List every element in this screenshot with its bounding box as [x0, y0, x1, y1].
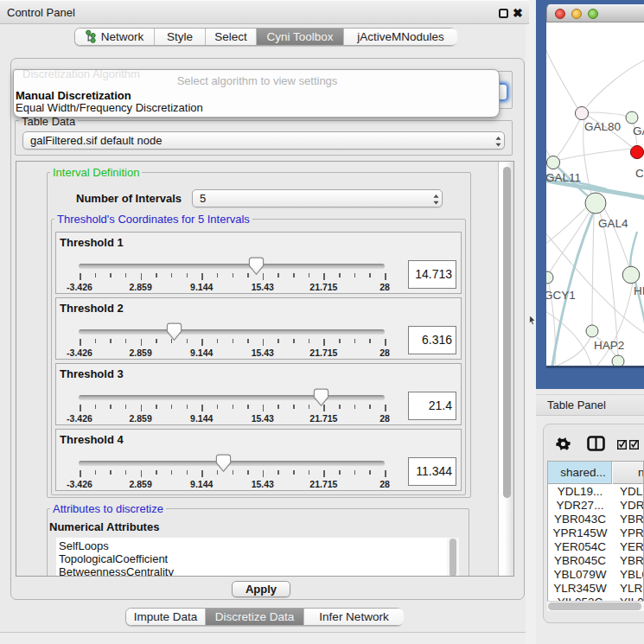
svg-text:GAL4: GAL4 [598, 217, 628, 230]
svg-text:GAL: GAL [633, 124, 644, 137]
svg-text:GAL11: GAL11 [546, 171, 581, 184]
svg-text:HAP2: HAP2 [594, 339, 624, 352]
svg-text:CD: CD [635, 167, 644, 180]
svg-text:GCY1: GCY1 [546, 289, 576, 302]
svg-text:HI: HI [634, 284, 644, 297]
svg-text:GAL80: GAL80 [584, 120, 621, 133]
